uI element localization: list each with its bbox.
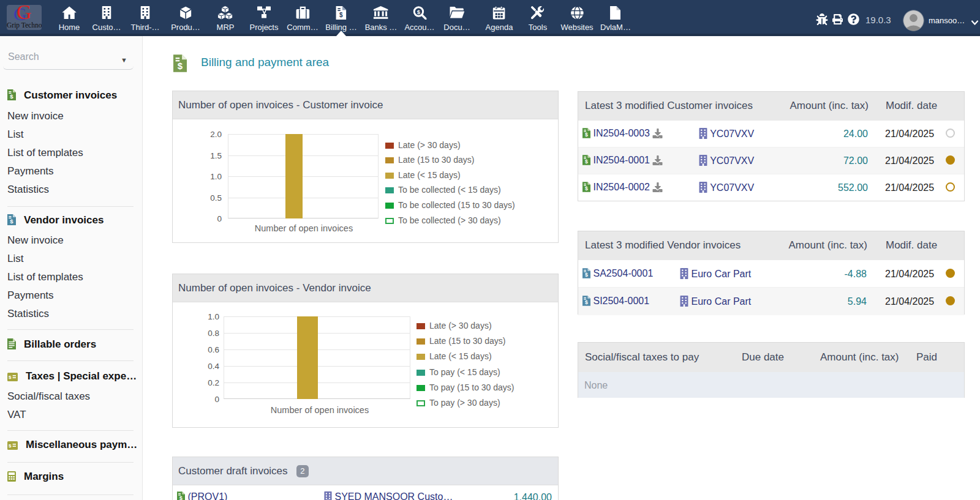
svg-text:$: $ <box>585 159 588 165</box>
svg-text:$: $ <box>9 375 12 380</box>
svg-text:$: $ <box>339 12 343 18</box>
svg-text:$: $ <box>10 93 13 100</box>
svg-text:$: $ <box>417 9 420 15</box>
svg-text:$: $ <box>585 185 588 192</box>
svg-text:$: $ <box>179 495 183 500</box>
svg-text:$: $ <box>9 443 12 449</box>
svg-text:$: $ <box>585 132 588 138</box>
svg-text:$: $ <box>178 61 183 71</box>
svg-text:$: $ <box>585 272 588 278</box>
svg-text:$: $ <box>585 299 588 305</box>
svg-text:$: $ <box>10 218 13 225</box>
